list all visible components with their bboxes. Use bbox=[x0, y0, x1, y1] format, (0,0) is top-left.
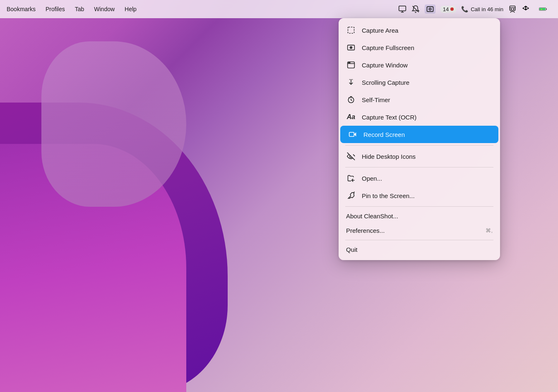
pin-to-screen-icon bbox=[346, 191, 356, 201]
preferences-shortcut: ⌘, bbox=[486, 227, 493, 234]
open-icon bbox=[346, 173, 356, 183]
menu-item-pin-to-screen[interactable]: Pin to the Screen... bbox=[339, 187, 500, 204]
svg-rect-12 bbox=[348, 27, 354, 33]
menu-item-quit[interactable]: Quit bbox=[339, 242, 500, 257]
svg-point-5 bbox=[511, 9, 512, 10]
cleanshot-dropdown: Capture Area Capture Fullscreen Capture … bbox=[339, 18, 500, 260]
menu-item-capture-text[interactable]: Aa Capture Text (OCR) bbox=[339, 108, 500, 126]
svg-rect-4 bbox=[510, 6, 515, 11]
hide-desktop-icons-label: Hide Desktop Icons bbox=[362, 153, 416, 160]
transit-icon[interactable] bbox=[508, 5, 517, 13]
open-label: Open... bbox=[362, 175, 382, 182]
svg-point-18 bbox=[349, 62, 350, 63]
svg-rect-9 bbox=[546, 9, 547, 10]
badge-dot-icon bbox=[450, 7, 454, 11]
svg-rect-0 bbox=[399, 6, 406, 11]
capture-area-label: Capture Area bbox=[362, 27, 398, 34]
capture-window-label: Capture Window bbox=[362, 62, 408, 69]
menubar-item-window[interactable]: Window bbox=[94, 6, 115, 12]
capture-window-icon bbox=[346, 60, 356, 70]
menu-item-about[interactable]: About CleanShot... bbox=[339, 209, 500, 223]
separator-2 bbox=[345, 167, 493, 167]
menubar-item-profiles[interactable]: Profiles bbox=[46, 6, 65, 12]
self-timer-icon bbox=[346, 95, 356, 105]
capture-fullscreen-label: Capture Fullscreen bbox=[362, 44, 414, 51]
menubar-right: 14 📞 Call in 46 min bbox=[398, 5, 551, 14]
record-screen-icon bbox=[348, 129, 358, 139]
svg-point-17 bbox=[349, 62, 349, 63]
menu-item-capture-area[interactable]: Capture Area bbox=[339, 22, 500, 39]
scrolling-capture-label: Scrolling Capture bbox=[362, 79, 409, 86]
battery-icon: ⚡ bbox=[535, 5, 551, 13]
hide-desktop-icons-icon bbox=[346, 151, 356, 161]
svg-rect-2 bbox=[427, 7, 433, 12]
record-screen-label: Record Screen bbox=[363, 131, 405, 138]
menu-item-hide-desktop-icons[interactable]: Hide Desktop Icons bbox=[339, 148, 500, 165]
preferences-label: Preferences... bbox=[346, 227, 385, 234]
notification-badge[interactable]: 14 bbox=[440, 6, 456, 13]
capture-fullscreen-icon bbox=[346, 43, 356, 53]
menu-item-record-screen[interactable]: Record Screen bbox=[340, 126, 498, 143]
separator-1 bbox=[345, 145, 493, 146]
menubar-item-bookmarks[interactable]: Bookmarks bbox=[7, 6, 36, 12]
menu-item-preferences[interactable]: Preferences... ⌘, bbox=[339, 223, 500, 238]
cleanshot-icon[interactable] bbox=[425, 5, 435, 14]
menubar-item-help[interactable]: Help bbox=[125, 6, 137, 12]
menu-item-scrolling-capture[interactable]: Scrolling Capture bbox=[339, 74, 500, 91]
phone-icon: 📞 bbox=[461, 6, 468, 12]
pin-to-screen-label: Pin to the Screen... bbox=[362, 192, 415, 199]
desktop-shape-3 bbox=[41, 41, 186, 207]
svg-point-3 bbox=[429, 8, 431, 10]
capture-text-label: Capture Text (OCR) bbox=[362, 114, 416, 121]
menu-item-capture-fullscreen[interactable]: Capture Fullscreen bbox=[339, 39, 500, 56]
svg-text:⚡: ⚡ bbox=[541, 8, 543, 10]
call-label: Call in 46 min bbox=[471, 6, 503, 12]
capture-area-icon bbox=[346, 25, 356, 35]
monitor-icon[interactable] bbox=[398, 5, 406, 13]
menu-item-capture-window[interactable]: Capture Window bbox=[339, 56, 500, 74]
menu-bar: Bookmarks Profiles Tab Window Help bbox=[0, 0, 558, 18]
svg-point-6 bbox=[513, 9, 514, 10]
scrolling-capture-icon bbox=[346, 77, 356, 87]
dropbox-icon[interactable] bbox=[522, 5, 530, 13]
notification-icon[interactable] bbox=[411, 5, 420, 13]
separator-3 bbox=[345, 206, 493, 207]
menubar-item-tab[interactable]: Tab bbox=[75, 6, 84, 12]
about-label: About CleanShot... bbox=[346, 213, 398, 220]
svg-point-15 bbox=[351, 47, 351, 48]
separator-4 bbox=[345, 240, 493, 240]
self-timer-label: Self-Timer bbox=[362, 96, 390, 103]
menu-item-self-timer[interactable]: Self-Timer bbox=[339, 91, 500, 108]
call-info[interactable]: 📞 Call in 46 min bbox=[461, 6, 503, 12]
capture-text-icon: Aa bbox=[346, 112, 356, 122]
quit-label: Quit bbox=[346, 246, 358, 253]
menubar-left: Bookmarks Profiles Tab Window Help bbox=[7, 6, 398, 12]
svg-rect-22 bbox=[349, 132, 354, 136]
menu-item-open[interactable]: Open... bbox=[339, 170, 500, 187]
